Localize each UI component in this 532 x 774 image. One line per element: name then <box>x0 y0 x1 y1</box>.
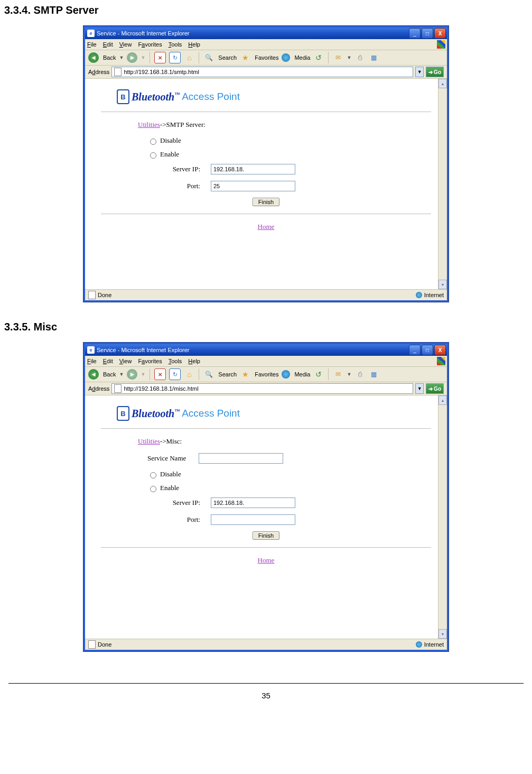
windows-flag-icon <box>437 40 445 49</box>
done-icon <box>88 291 96 299</box>
port-label: Port: <box>154 182 211 190</box>
scrollbar[interactable] <box>438 395 447 639</box>
menu-help[interactable]: Help <box>188 41 200 48</box>
media-icon[interactable] <box>282 370 290 379</box>
url-input[interactable]: http://192.168.18.1/smtp.html <box>124 69 199 75</box>
media-icon[interactable] <box>282 53 290 62</box>
mail-icon[interactable]: ✉ <box>333 52 343 63</box>
edit-icon[interactable]: ▦ <box>368 52 379 63</box>
edit-icon[interactable]: ▦ <box>368 369 379 380</box>
menu-help[interactable]: Help <box>188 358 200 364</box>
maximize-button[interactable]: □ <box>422 28 433 39</box>
menu-file[interactable]: File <box>87 41 97 48</box>
menu-tools[interactable]: Tools <box>169 41 182 48</box>
section-heading-smtp: 3.3.4. SMTP Server <box>4 4 528 16</box>
history-icon[interactable]: ↺ <box>313 52 324 63</box>
media-button[interactable]: Media <box>294 371 310 377</box>
maximize-button[interactable]: □ <box>422 345 433 355</box>
page-icon <box>114 68 122 76</box>
radio-disable-label: Disable <box>160 136 181 145</box>
back-icon[interactable]: ◄ <box>88 369 99 380</box>
stop-icon[interactable]: ✕ <box>154 52 166 63</box>
finish-button[interactable]: Finish <box>253 531 279 540</box>
back-button[interactable]: Back <box>103 371 116 377</box>
content-area: B Bluetooth™ Access Point Utilities->Mis… <box>85 395 447 639</box>
back-icon[interactable]: ◄ <box>88 52 99 63</box>
service-name-input[interactable] <box>199 453 283 464</box>
back-button[interactable]: Back <box>103 54 116 61</box>
address-dropdown-icon[interactable]: ▼ <box>415 67 424 77</box>
refresh-icon[interactable]: ↻ <box>169 52 181 63</box>
radio-enable[interactable] <box>150 486 156 492</box>
mail-icon[interactable]: ✉ <box>333 369 343 380</box>
stop-icon[interactable]: ✕ <box>154 368 166 380</box>
go-button[interactable]: ➔Go <box>426 67 444 77</box>
back-dropdown-icon[interactable]: ▼ <box>119 55 124 60</box>
breadcrumb-utilities-link[interactable]: Utilities <box>138 121 160 128</box>
status-zone: Internet <box>424 641 444 648</box>
breadcrumb-utilities-link[interactable]: Utilities <box>138 437 160 445</box>
forward-dropdown-icon[interactable]: ▼ <box>141 372 145 377</box>
address-bar: Address http://192.168.18.1/misc.html ▼ … <box>85 382 447 395</box>
address-dropdown-icon[interactable]: ▼ <box>415 383 424 394</box>
refresh-icon[interactable]: ↻ <box>169 368 181 380</box>
history-icon[interactable]: ↺ <box>313 369 324 380</box>
scrollbar[interactable] <box>438 79 447 289</box>
print-icon[interactable]: ⎙ <box>354 369 365 380</box>
minimize-button[interactable]: _ <box>409 345 421 355</box>
breadcrumb: Utilities->SMTP Server: <box>138 121 431 129</box>
menu-tools[interactable]: Tools <box>169 358 182 364</box>
minimize-button[interactable]: _ <box>409 28 421 39</box>
menubar: File Edit View Favorites Tools Help <box>85 356 447 367</box>
server-ip-input[interactable] <box>211 497 295 508</box>
forward-icon[interactable]: ► <box>127 52 137 63</box>
forward-dropdown-icon[interactable]: ▼ <box>141 55 145 60</box>
search-button[interactable]: Search <box>218 54 237 61</box>
menu-view[interactable]: View <box>119 358 132 364</box>
radio-disable[interactable] <box>150 139 156 145</box>
url-input[interactable]: http://192.168.18.1/misc.html <box>124 385 198 392</box>
print-icon[interactable]: ⎙ <box>354 52 365 63</box>
address-label: Address <box>88 69 109 75</box>
menu-view[interactable]: View <box>119 41 132 48</box>
close-button[interactable]: X <box>434 345 446 355</box>
favorites-icon[interactable]: ★ <box>240 52 250 63</box>
server-ip-input[interactable] <box>211 164 295 174</box>
radio-disable[interactable] <box>150 472 156 478</box>
window-title: Service - Microsoft Internet Explorer <box>97 30 409 36</box>
radio-enable[interactable] <box>150 152 156 159</box>
address-label: Address <box>88 385 109 392</box>
mail-dropdown-icon[interactable]: ▼ <box>347 372 351 377</box>
port-input[interactable] <box>211 181 295 191</box>
menu-favorites[interactable]: Favorites <box>138 41 162 48</box>
search-button[interactable]: Search <box>218 371 237 377</box>
favorites-button[interactable]: Favorites <box>255 54 278 61</box>
home-link[interactable]: Home <box>258 223 275 231</box>
home-icon[interactable]: ⌂ <box>184 369 194 380</box>
favorites-icon[interactable]: ★ <box>240 369 250 380</box>
search-icon[interactable]: 🔍 <box>203 369 214 380</box>
menu-edit[interactable]: Edit <box>103 358 113 364</box>
favorites-button[interactable]: Favorites <box>255 371 278 377</box>
home-icon[interactable]: ⌂ <box>184 52 194 63</box>
forward-icon[interactable]: ► <box>127 369 137 380</box>
mail-dropdown-icon[interactable]: ▼ <box>347 55 351 60</box>
address-input-container: http://192.168.18.1/smtp.html <box>111 67 413 77</box>
address-input-container: http://192.168.18.1/misc.html <box>111 383 413 394</box>
media-button[interactable]: Media <box>294 54 310 61</box>
menu-edit[interactable]: Edit <box>103 41 113 48</box>
section-heading-misc: 3.3.5. Misc <box>4 321 528 333</box>
port-input[interactable] <box>211 514 295 525</box>
internet-zone-icon <box>416 292 422 298</box>
go-button[interactable]: ➔Go <box>426 383 444 394</box>
radio-enable-label: Enable <box>160 484 179 492</box>
address-bar: Address http://192.168.18.1/smtp.html ▼ … <box>85 66 447 79</box>
back-dropdown-icon[interactable]: ▼ <box>119 372 124 377</box>
finish-button[interactable]: Finish <box>253 198 279 206</box>
home-link[interactable]: Home <box>258 556 275 564</box>
menu-favorites[interactable]: Favorites <box>138 358 162 364</box>
menu-file[interactable]: File <box>87 358 97 364</box>
status-done: Done <box>98 292 111 298</box>
search-icon[interactable]: 🔍 <box>203 52 214 63</box>
close-button[interactable]: X <box>434 28 446 39</box>
